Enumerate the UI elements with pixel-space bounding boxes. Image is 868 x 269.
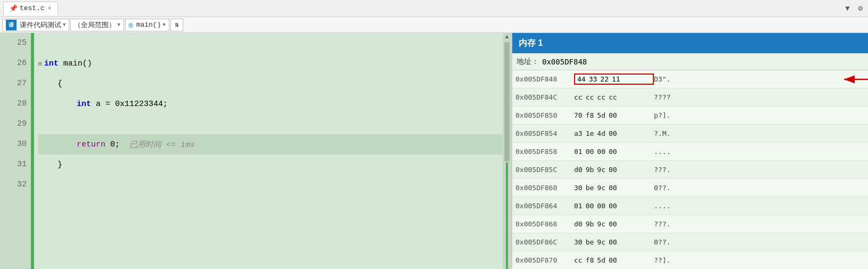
mem-chars-8: ???. [654, 220, 691, 228]
tab-bar: 📌 test.c × ▼ ⚙ [0, 0, 868, 17]
project-dropdown-arrow: ▼ [63, 22, 65, 28]
settings-gear-icon[interactable]: ⚙ [856, 3, 865, 14]
dropdown-arrow-icon[interactable]: ▼ [843, 3, 851, 14]
code-content: 25 26 27 28 29 30 31 32 ⊟ int main() [0, 33, 511, 269]
memory-row-9: 0x005DF86C 30be9c00 0??. [512, 233, 868, 251]
memory-row-1: 0x005DF84C cccccccc ???? [512, 88, 868, 107]
code-line-32 [38, 175, 503, 195]
mem-bytes-2: 70f85d00 [574, 111, 654, 119]
project-icon: 课 [6, 20, 17, 30]
mem-addr-8: 0x005DF868 [515, 220, 574, 228]
code-line-26: ⊟ int main() [38, 53, 503, 74]
code-indent-30 [38, 140, 77, 149]
code-line-25 [38, 33, 503, 53]
code-line-28: int a = 0x11223344; [38, 94, 503, 114]
code-lines: ⊟ int main() { int a = 0x11223344; [34, 33, 503, 269]
memory-row-6: 0x005DF860 30be9c00 0??. [512, 179, 868, 197]
memory-row-4: 0x005DF858 01000000 .... [512, 143, 868, 161]
mem-chars-0: D3". [654, 75, 691, 83]
mem-bytes-9: 30be9c00 [574, 238, 654, 246]
mem-bytes-6: 30be9c00 [574, 184, 654, 192]
project-label: 课件代码测试 [20, 20, 61, 30]
mem-chars-1: ???? [654, 93, 691, 101]
keyword-int-26: int [44, 59, 59, 68]
mem-byte-0-1: 33 [589, 75, 597, 83]
scope-dropdown[interactable]: （全局范围） ▼ [70, 19, 124, 31]
tab-test-c[interactable]: 📌 test.c × [3, 2, 58, 15]
mem-bytes-highlighted: 44 33 22 11 [574, 74, 654, 85]
mem-byte-0-2: 22 [600, 75, 609, 83]
mem-addr-10: 0x005DF870 [515, 256, 574, 264]
mem-chars-9: 0??. [654, 238, 691, 246]
memory-address-bar: 地址： 0x005DF848 [512, 53, 868, 70]
function-icon: ◎ [129, 21, 133, 29]
scrollbar-area: ▲ [503, 33, 511, 269]
tab-list: 📌 test.c × [3, 2, 58, 15]
green-right-bar [506, 162, 508, 269]
mem-addr-4: 0x005DF858 [515, 148, 574, 156]
mem-chars-6: 0??. [654, 184, 691, 192]
mem-addr-0: 0x005DF848 [515, 75, 574, 83]
fold-icon-26: ⊟ [38, 60, 42, 67]
memory-row-7: 0x005DF864 01000000 .... [512, 197, 868, 215]
function-dropdown-arrow: ▼ [162, 22, 165, 28]
mem-bytes-7: 01000000 [574, 202, 654, 210]
code-text-26: main() [59, 59, 92, 68]
mem-chars-2: p?]. [654, 111, 691, 119]
function-label: main() [136, 21, 161, 29]
main-area: 25 26 27 28 29 30 31 32 ⊟ int main() [0, 33, 868, 269]
function-dropdown[interactable]: ◎ main() ▼ [125, 19, 169, 31]
scroll-up-icon[interactable]: ▲ [504, 33, 510, 41]
scope-dropdown-arrow: ▼ [117, 22, 120, 28]
code-indent-28 [38, 100, 77, 109]
memory-row-8: 0x005DF868 d09b9c00 ???. [512, 215, 868, 233]
scope-label: （全局范围） [74, 20, 116, 30]
code-editor: 25 26 27 28 29 30 31 32 ⊟ int main() [0, 33, 511, 269]
mem-byte-0-0: 44 [577, 75, 586, 83]
address-value[interactable]: 0x005DF848 [542, 58, 587, 66]
mem-bytes-8: d09b9c00 [574, 220, 654, 228]
code-line-31: } [38, 154, 503, 175]
mem-addr-6: 0x005DF860 [515, 184, 574, 192]
project-dropdown[interactable]: 课 课件代码测试 ▼ [2, 19, 69, 31]
mem-addr-2: 0x005DF850 [515, 111, 574, 119]
time-comment: 已用时间 <= 1ms [129, 140, 195, 150]
code-text-30: 0; [105, 140, 129, 149]
mem-chars-4: .... [654, 148, 691, 156]
code-line-27: { [38, 74, 503, 94]
red-arrow-svg [841, 71, 868, 87]
code-line-30: ➡ return 0; 已用时间 <= 1ms [38, 134, 503, 154]
mem-bytes-4: 01000000 [574, 148, 654, 156]
mem-addr-5: 0x005DF85C [515, 166, 574, 174]
mem-addr-3: 0x005DF854 [515, 129, 574, 137]
mem-chars-10: ??]. [654, 256, 691, 264]
mem-chars-7: .... [654, 202, 691, 210]
memory-row-2: 0x005DF850 70f85d00 p?]. [512, 107, 868, 125]
mem-chars-5: ???. [654, 166, 691, 174]
code-text-28: a = 0x11223344; [91, 100, 168, 109]
tab-bar-actions: ▼ ⚙ [843, 3, 865, 14]
keyword-return: return [77, 140, 105, 149]
memory-table: 0x005DF848 44 33 22 11 D3". [512, 70, 868, 269]
mem-bytes-5: d09b9c00 [574, 166, 654, 174]
mem-addr-1: 0x005DF84C [515, 93, 574, 101]
address-label: 地址： [517, 57, 539, 67]
code-line-29 [38, 114, 503, 134]
line-numbers: 25 26 27 28 29 30 31 32 [0, 33, 32, 269]
mem-addr-7: 0x005DF864 [515, 202, 574, 210]
sort-icon-button[interactable]: ⇅ [170, 19, 183, 31]
memory-panel: 内存 1 地址： 0x005DF848 0x005DF848 44 33 22 … [511, 33, 868, 269]
toolbar: 课 课件代码测试 ▼ （全局范围） ▼ ◎ main() ▼ ⇅ [0, 17, 868, 33]
memory-row-3: 0x005DF854 a31e4d00 ?.M. [512, 125, 868, 143]
memory-row-5: 0x005DF85C d09b9c00 ???. [512, 161, 868, 179]
memory-row-0: 0x005DF848 44 33 22 11 D3". [512, 70, 868, 88]
tab-close-icon[interactable]: × [47, 5, 53, 12]
memory-title: 内存 1 [519, 38, 543, 49]
mem-byte-0-3: 11 [612, 75, 620, 83]
mem-bytes-1: cccccccc [574, 93, 654, 101]
mem-bytes-3: a31e4d00 [574, 129, 654, 137]
code-text-27: { [38, 79, 62, 88]
tab-pin-icon: 📌 [9, 4, 18, 13]
scroll-thumb[interactable] [504, 42, 510, 161]
mem-addr-9: 0x005DF86C [515, 238, 574, 246]
